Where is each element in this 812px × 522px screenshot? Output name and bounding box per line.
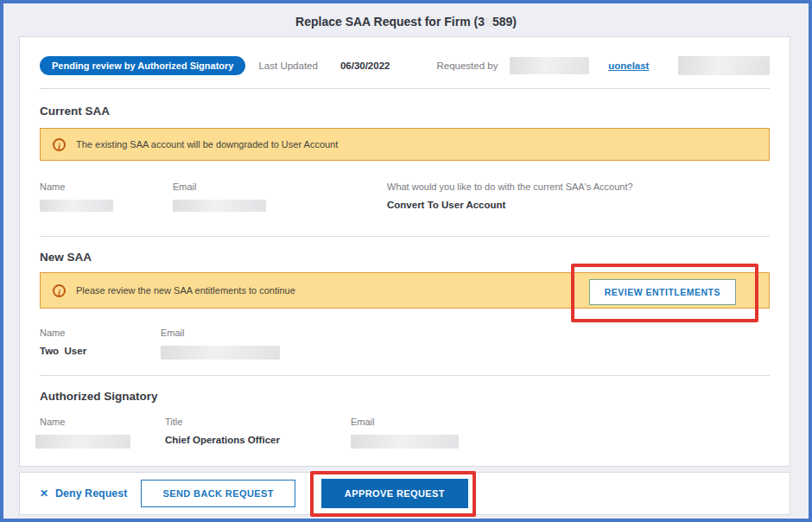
email-label: Email <box>173 181 387 192</box>
new-saa-name-field: Name Two User <box>40 328 161 360</box>
new-saa-fields: Name Two User Email <box>40 328 770 376</box>
approve-request-button[interactable]: APPROVE REQUEST <box>321 479 468 508</box>
new-saa-name-value: Two User <box>40 346 161 356</box>
requested-by-label: Requested by <box>436 60 498 71</box>
approve-request-wrap: APPROVE REQUEST <box>321 479 468 508</box>
signatory-name-redacted <box>35 435 130 449</box>
requested-by-extra-redacted <box>678 56 770 75</box>
authorized-signatory-heading: Authorized Signatory <box>40 390 770 403</box>
current-saa-name-field: Name <box>40 181 173 212</box>
new-saa-section: New SAA i Please review the new SAA enti… <box>40 251 770 376</box>
name-label: Name <box>40 328 161 338</box>
status-badge: Pending review by Authorized Signatory <box>40 56 245 75</box>
deny-x-icon: ✕ <box>40 487 48 500</box>
request-header-row: Pending review by Authorized Signatory L… <box>40 37 770 89</box>
last-updated-label: Last Updated <box>258 60 317 71</box>
page-title-part1: Replace SAA Request for Firm (3 <box>295 15 485 29</box>
new-saa-info-banner: i Please review the new SAA entitlements… <box>40 272 770 309</box>
info-icon: i <box>53 284 66 297</box>
signatory-name-field: Name <box>40 417 165 449</box>
name-label: Name <box>40 417 165 427</box>
deny-request-link[interactable]: ✕ Deny Request <box>40 487 127 500</box>
signatory-email-field: Email <box>351 417 770 449</box>
current-saa-email-redacted <box>173 200 266 212</box>
current-saa-info-banner: i The existing SAA account will be downg… <box>40 128 770 161</box>
current-saa-heading: Current SAA <box>40 105 770 118</box>
authorized-signatory-fields: Name Title Chief Operations Officer Emai… <box>40 417 770 449</box>
current-saa-name-redacted <box>40 200 113 212</box>
email-label: Email <box>161 328 770 338</box>
app-window: Replace SAA Request for Firm (3589) Pend… <box>0 0 812 522</box>
requested-by-name-redacted <box>510 57 589 74</box>
new-saa-email-redacted <box>161 346 280 360</box>
title-redaction <box>485 17 492 27</box>
email-label: Email <box>351 417 770 427</box>
question-label: What would you like to do with the curre… <box>387 181 770 192</box>
signatory-title-value: Chief Operations Officer <box>165 435 351 445</box>
action-footer-bar: ✕ Deny Request SEND BACK REQUEST APPROVE… <box>19 472 790 515</box>
current-saa-section: Current SAA i The existing SAA account w… <box>40 105 770 237</box>
page-title: Replace SAA Request for Firm (3589) <box>3 15 809 29</box>
signatory-email-redacted <box>351 435 459 449</box>
new-saa-heading: New SAA <box>40 251 770 264</box>
review-entitlements-button[interactable]: REVIEW ENTITLEMENTS <box>589 279 736 305</box>
page-title-part2: 589) <box>492 15 517 29</box>
current-saa-email-field: Email <box>173 181 387 212</box>
current-saa-banner-text: The existing SAA account will be downgra… <box>76 139 338 150</box>
info-icon: i <box>53 138 66 151</box>
review-entitlements-wrap: REVIEW ENTITLEMENTS <box>589 279 736 305</box>
request-card: Pending review by Authorized Signatory L… <box>19 36 790 467</box>
current-saa-fields: Name Email What would you like to do wit… <box>40 181 770 237</box>
send-back-request-button[interactable]: SEND BACK REQUEST <box>141 480 295 507</box>
question-answer: Convert To User Account <box>387 200 770 210</box>
signatory-title-field: Title Chief Operations Officer <box>165 417 351 449</box>
authorized-signatory-section: Authorized Signatory Name Title Chief Op… <box>40 390 770 449</box>
title-label: Title <box>165 417 351 427</box>
name-label: Name <box>40 181 173 192</box>
new-saa-email-field: Email <box>161 328 770 360</box>
requested-by-username-link[interactable]: uonelast <box>608 60 649 71</box>
new-saa-banner-text: Please review the new SAA entitlements t… <box>76 285 295 296</box>
last-updated-value: 06/30/2022 <box>340 60 390 71</box>
current-saa-question-field: What would you like to do with the curre… <box>387 181 770 212</box>
deny-request-label: Deny Request <box>55 487 127 500</box>
